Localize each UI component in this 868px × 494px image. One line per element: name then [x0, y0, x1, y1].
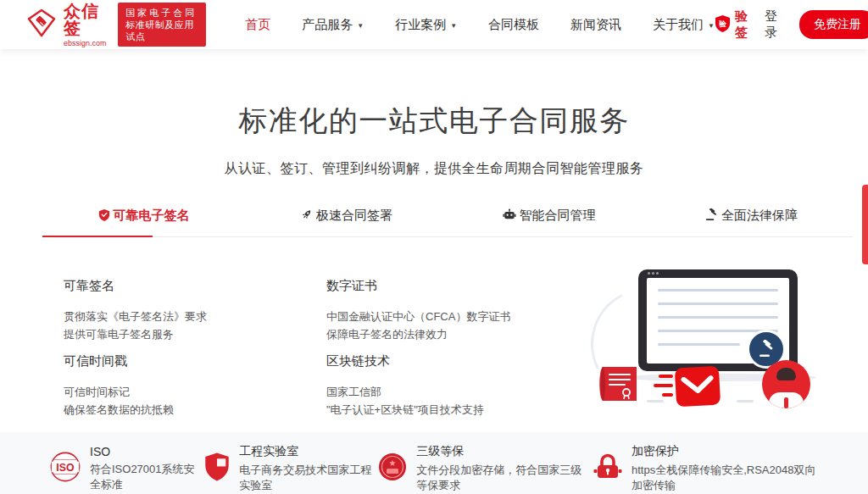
chevron-down-icon: ▼	[450, 22, 457, 30]
brand-diamond-handshake-icon	[25, 7, 58, 42]
feature-line: "电子认证+区块链"项目技术支持	[326, 401, 582, 419]
page-subtitle: 从认证、签订、管理到纠纷调解，提供全生命周期合同智能管理服务	[0, 160, 868, 178]
feature-line: 中国金融认证中心（CFCA）数字证书	[326, 308, 582, 325]
tab-label: 全面法律保障	[721, 208, 798, 224]
register-button[interactable]: 免费注册	[799, 10, 868, 39]
tab-label: 极速合同签署	[316, 208, 392, 224]
connector-dash	[647, 400, 664, 402]
national-emblem-icon: ★	[377, 452, 408, 486]
shield-check-icon	[98, 208, 110, 224]
tab-label: 可靠电子签名	[114, 208, 190, 224]
svg-text:ISO: ISO	[56, 462, 75, 474]
robot-icon	[503, 208, 516, 223]
header: 众信签 ebssign.com 国家电子合同 标准研制及应用试点 首页 产品服务…	[0, 0, 868, 49]
iso-badge-icon: ISO	[49, 451, 81, 486]
feature-line: 提供可靠电子签名服务	[64, 325, 326, 343]
assurance-title: ISO	[90, 445, 203, 458]
contract-illustration	[594, 266, 830, 420]
assurance-security-level: ★ 三级等保 文件分段加密存储，符合国家三级等保要求	[377, 443, 593, 494]
speed-line	[662, 393, 673, 397]
active-tab-indicator	[42, 236, 153, 237]
speed-line	[654, 384, 673, 387]
logo[interactable]: 众信签 ebssign.com 国家电子合同 标准研制及应用试点	[25, 3, 206, 47]
assurance-desc: https全栈保障传输安全,RSA2048双向加密传输	[632, 463, 824, 493]
feature-blockchain: 区块链技术 国家工信部 "电子认证+区块链"项目技术支持	[326, 353, 582, 420]
feature-title: 数字证书	[326, 278, 582, 294]
person-avatar	[762, 360, 810, 408]
assurance-desc: 文件分段加密存储，符合国家三级等保要求	[416, 463, 593, 493]
feature-line: 可信时间标记	[64, 383, 326, 401]
rocket-icon	[300, 208, 313, 224]
brand-name: 众信签	[64, 3, 108, 36]
floating-side-widget[interactable]	[862, 185, 868, 264]
tab-label: 智能合同管理	[520, 208, 596, 224]
verify-label: 验签	[735, 8, 748, 41]
page-title: 标准化的一站式电子合同服务	[0, 102, 868, 141]
tablet-camera-dots	[648, 272, 650, 275]
badge-line1: 国家电子合同	[125, 7, 198, 19]
tab-smart-management[interactable]: 智能合同管理	[448, 208, 650, 236]
feature-title: 可信时间戳	[64, 353, 326, 369]
svg-text:验: 验	[718, 19, 726, 28]
assurance-iso: ISO ISO 符合ISO27001系统安全标准	[49, 443, 203, 494]
brand-text: 众信签 ebssign.com	[64, 3, 108, 47]
verify-shield-icon: 验	[715, 14, 731, 35]
feature-list: 可靠签名 贯彻落实《电子签名法》要求 提供可靠电子签名服务 数字证书 中国金融认…	[64, 278, 582, 420]
assurance-desc: 符合ISO27001系统安全标准	[90, 462, 203, 492]
connector-dash	[737, 400, 754, 402]
tab-content: 可靠签名 贯彻落实《电子签名法》要求 提供可靠电子签名服务 数字证书 中国金融认…	[0, 278, 868, 420]
feature-reliable-signature: 可靠签名 贯彻落实《电子签名法》要求 提供可靠电子签名服务	[64, 278, 326, 345]
assurance-desc: 电子商务交易技术国家工程实验室	[239, 463, 377, 493]
feature-tabs: 可靠电子签名 极速合同签署	[42, 208, 853, 237]
gavel-icon	[705, 208, 718, 224]
nav-item-home[interactable]: 首页	[245, 17, 270, 33]
speed-line	[659, 375, 673, 378]
assurance-encryption: 加密保护 https全栈保障传输安全,RSA2048双向加密传输	[593, 443, 824, 494]
feature-title: 可靠签名	[64, 278, 326, 294]
main-nav: 首页 产品服务▼ 行业案例▼ 合同模板 新闻资讯 关于我们▼	[245, 17, 715, 33]
chevron-down-icon: ▼	[357, 22, 364, 30]
badge-line2: 标准研制及应用试点	[125, 19, 198, 43]
chevron-down-icon: ▼	[708, 22, 715, 30]
assurance-lab: 工程实验室 电子商务交易技术国家工程实验室	[203, 443, 377, 494]
nav-item-products[interactable]: 产品服务▼	[302, 17, 364, 33]
assurance-bar: ISO ISO 符合ISO27001系统安全标准 工程实验室 电子商务交易技术国…	[0, 432, 868, 494]
shield-icon	[203, 452, 231, 486]
certificate-icon	[596, 364, 640, 407]
login-link[interactable]: 登录	[765, 8, 782, 41]
lock-icon	[593, 453, 623, 484]
feature-line: 保障电子签名的法律效力	[326, 325, 582, 343]
verify-signature-link[interactable]: 验 验签	[715, 8, 748, 41]
feature-trusted-timestamp: 可信时间戳 可信时间标记 确保签名数据的抗抵赖	[64, 353, 326, 420]
tablet-screen-document	[647, 278, 789, 364]
assurance-title: 工程实验室	[239, 444, 377, 459]
nav-item-about[interactable]: 关于我们▼	[653, 17, 715, 33]
tablet-illustration	[638, 269, 798, 371]
tab-fast-signing[interactable]: 极速合同签署	[245, 208, 448, 236]
envelope-icon	[675, 366, 721, 408]
feature-line: 国家工信部	[326, 383, 582, 401]
hero-section: 标准化的一站式电子合同服务 从认证、签订、管理到纠纷调解，提供全生命周期合同智能…	[0, 102, 868, 178]
feature-digital-certificate: 数字证书 中国金融认证中心（CFCA）数字证书 保障电子签名的法律效力	[326, 278, 582, 345]
national-pilot-badge: 国家电子合同 标准研制及应用试点	[118, 3, 206, 47]
tab-legal-protection[interactable]: 全面法律保障	[650, 208, 853, 236]
header-actions: 验 验签 登录 免费注册	[715, 8, 868, 41]
nav-item-templates[interactable]: 合同模板	[488, 17, 539, 33]
brand-domain: ebssign.com	[64, 39, 108, 47]
svg-text:★: ★	[389, 458, 397, 468]
feature-title: 区块链技术	[326, 353, 582, 369]
tab-reliable-esignature[interactable]: 可靠电子签名	[42, 208, 245, 236]
assurance-title: 加密保护	[632, 444, 824, 459]
feature-line: 确保签名数据的抗抵赖	[64, 401, 326, 419]
nav-item-news[interactable]: 新闻资讯	[570, 17, 621, 33]
assurance-title: 三级等保	[416, 444, 593, 459]
nav-item-cases[interactable]: 行业案例▼	[395, 17, 457, 33]
feature-line: 贯彻落实《电子签名法》要求	[64, 308, 326, 325]
